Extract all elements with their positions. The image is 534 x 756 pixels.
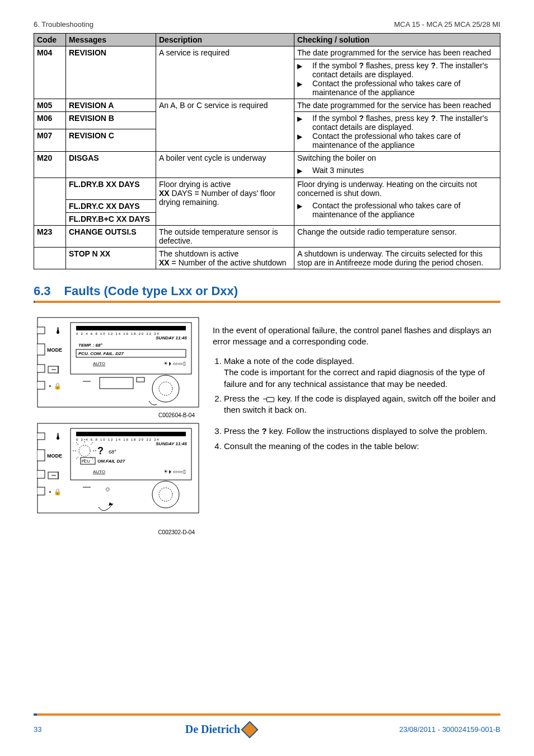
header-model: MCA 15 - MCA 25 MCA 25/28 MI (394, 20, 500, 29)
table-row: ▶ If the symbol ? flashes, press key ?. … (34, 59, 500, 99)
table-row: M05 REVISION A An A, B or C service is r… (34, 99, 500, 112)
svg-text:∘ 🔒: ∘ 🔒 (48, 488, 62, 496)
lcd-temp2: 68° (109, 449, 116, 455)
svg-rect-25 (76, 432, 186, 436)
cell-chk: The date programmed for the service has … (294, 99, 500, 112)
svg-text:∘ 🔒: ∘ 🔒 (48, 382, 62, 390)
bullet-icon: ▶ (297, 79, 302, 89)
footer-divider (34, 713, 500, 716)
cell-chk-bullets: ▶ If the symbol ? flashes, press key ?. … (294, 59, 500, 99)
cell-chk-bullets: ▶ Contact the professional who takes car… (294, 199, 500, 225)
bullet-text: If the symbol ? flashes, press key ?. Th… (312, 61, 497, 79)
lcd-error-line: PCU. COM. FAIL. D27 (78, 351, 124, 356)
svg-rect-19 (37, 470, 45, 478)
lcd-time: SUNDAY 11:45 (156, 441, 187, 446)
control-panel-figure: 🌡 MODE ∘ 🔒 0 2 4 6 8 10 12 14 16 18 20 2… (37, 316, 199, 408)
step-3: Press the ? key. Follow the instructions… (224, 426, 500, 437)
cell-desc: A service is required (156, 46, 294, 59)
th-messages: Messages (66, 34, 156, 46)
th-checking: Checking / solution (294, 34, 500, 46)
lcd-icons-row: ☀⏵▭▭▯ (163, 469, 186, 474)
brand-logo: De Dietrich (185, 723, 256, 736)
cell-msg: DISGAS (66, 152, 156, 165)
bullet-text: Contact the professional who takes care … (312, 79, 497, 97)
cell-chk: A shutdown is underway. The circuits sel… (294, 247, 500, 269)
bullet-text: Wait 3 minutes (312, 166, 364, 175)
svg-text:MODE: MODE (47, 347, 62, 353)
th-description: Description (156, 34, 294, 46)
section-title: Faults (Code type Lxx or Dxx) (64, 284, 238, 298)
cell-chk: Switching the boiler on (294, 152, 500, 165)
svg-text:☼: ☼ (104, 484, 111, 493)
cell-desc: The outside temperature sensor is defect… (156, 225, 294, 247)
bullet-text: If the symbol ? flashes, press key ?. Th… (312, 114, 497, 132)
cell-desc: The shutdown is active XX = Number of th… (156, 247, 294, 269)
cell-desc: Floor drying is active XX DAYS = Number … (156, 178, 294, 226)
page-number: 33 (34, 725, 41, 734)
svg-text:🌡: 🌡 (54, 326, 63, 335)
intro-text: In the event of operational failure, the… (213, 325, 500, 348)
svg-rect-3 (37, 365, 45, 372)
lcd-time: SUNDAY 11:45 (156, 335, 187, 340)
step-2: Press the key. If the code is displayed … (224, 393, 500, 416)
lcd-question-icon: ? (97, 445, 104, 456)
bullet-icon: ▶ (297, 201, 302, 211)
cell-msg: STOP N XX (66, 247, 156, 269)
svg-rect-2 (37, 344, 45, 355)
svg-rect-4 (37, 381, 45, 389)
bullet-text: Contact the professional who takes care … (312, 201, 497, 219)
cell-msg: REVISION (66, 46, 156, 59)
doc-id: 23/08/2011 - 300024159-001-B (399, 725, 500, 734)
cell-msg: CHANGE OUTSI.S (66, 225, 156, 247)
cell-msg: REVISION B (66, 112, 156, 129)
cell-code: M05 (34, 99, 66, 112)
svg-rect-1 (37, 327, 45, 334)
th-code: Code (34, 34, 66, 46)
figure-caption: C002604-B-04 (34, 412, 202, 418)
table-row: M23 CHANGE OUTSI.S The outside temperatu… (34, 225, 500, 247)
cell-code: M23 (34, 225, 66, 247)
cell-desc: An A, B or C service is required (156, 99, 294, 147)
figure-caption: C002302-D-04 (34, 529, 202, 535)
cell-code: M07 (34, 129, 66, 147)
cell-chk: Change the outside radio temperature sen… (294, 225, 500, 247)
cell-msg: REVISION A (66, 99, 156, 112)
table-row: M04 REVISION A service is required The d… (34, 46, 500, 59)
section-divider (34, 301, 500, 303)
cell-code: M06 (34, 112, 66, 129)
cell-code: M20 (34, 152, 66, 165)
cell-code: M04 (34, 46, 66, 59)
svg-rect-17 (37, 433, 45, 440)
lcd-temp: TEMP. : 68° (78, 343, 102, 348)
cell-chk-bullets: ▶ Wait 3 minutes (294, 164, 500, 178)
cell-desc: A boiler vent cycle is underway (156, 152, 294, 165)
lcd-fail-line: OM.FAIL D27 (97, 459, 125, 464)
lcd-auto: AUTO (93, 469, 105, 474)
step-4: Consult the meaning of the codes in the … (224, 441, 500, 452)
lcd-timeline: 0 2 4 6 8 10 12 14 16 18 20 22 24 (76, 438, 160, 441)
cell-chk-bullets: ▶ If the symbol ? flashes, press key ?. … (294, 112, 500, 152)
steps-list-2: Press the ? key. Follow the instructions… (213, 426, 500, 452)
steps-list: Make a note of the code displayed. The c… (213, 356, 500, 416)
svg-rect-18 (37, 450, 45, 461)
bullet-icon: ▶ (297, 61, 302, 71)
bullet-icon: ▶ (297, 166, 302, 176)
section-heading: 6.3Faults (Code type Lxx or Dxx) (34, 284, 500, 298)
lcd-icons-row: ☀⏵▭▭▯ (163, 361, 186, 366)
bullet-icon: ▶ (297, 114, 302, 124)
table-row: M20 DISGAS A boiler vent cycle is underw… (34, 152, 500, 165)
cell-msg: FL.DRY.C XX DAYS (66, 199, 156, 212)
cell-msg: FL.DRY.B+C XX DAYS (66, 212, 156, 225)
cell-chk: The date programmed for the service has … (294, 46, 500, 59)
step-1: Make a note of the code displayed. The c… (224, 356, 500, 390)
bullet-icon: ▶ (297, 132, 302, 142)
svg-text:🌡: 🌡 (54, 432, 63, 441)
svg-text:PCU: PCU (82, 459, 90, 463)
cell-chk: Floor drying is underway. Heating on the… (294, 178, 500, 200)
table-row: ▶ Wait 3 minutes (34, 164, 500, 178)
control-panel-figure-2: 🌡 MODE ∘ 🔒 0 2 4 6 8 10 12 14 16 18 20 2… (37, 422, 199, 514)
brand-diamond-icon (241, 721, 258, 738)
svg-rect-10 (76, 326, 186, 330)
table-row: FL.DRY.B XX DAYS Floor drying is active … (34, 178, 500, 200)
cell-msg: FL.DRY.B XX DAYS (66, 178, 156, 200)
